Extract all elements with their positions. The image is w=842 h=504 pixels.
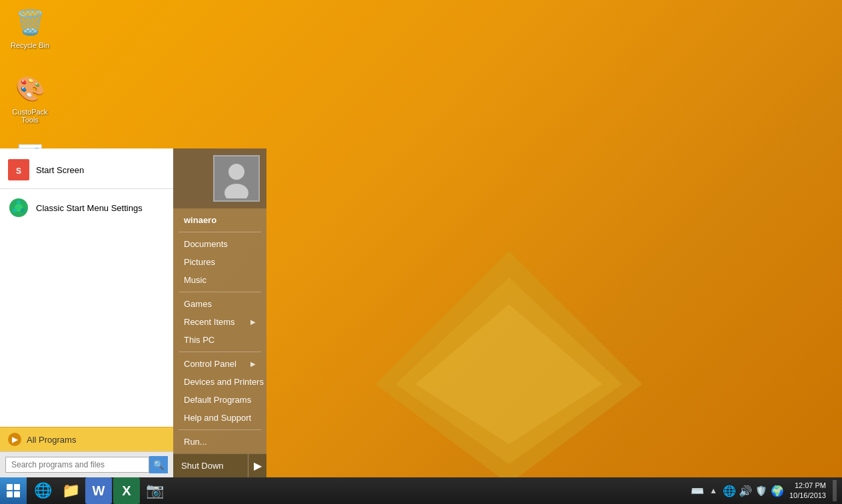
network-tray-icon[interactable]: 🌐 bbox=[723, 484, 736, 497]
recycle-bin-desktop-icon[interactable]: 🗑️ Recycle Bin bbox=[3, 7, 57, 49]
user-avatar-area bbox=[173, 148, 266, 208]
right-menu-items: winaero Documents Pictures Music Games R… bbox=[173, 208, 266, 453]
start-screen-icon: S bbox=[8, 159, 29, 180]
default-programs-item[interactable]: Default Programs bbox=[173, 391, 266, 409]
recent-items-arrow-icon: ▶ bbox=[250, 318, 256, 326]
control-panel-label: Control Panel bbox=[184, 359, 236, 369]
search-bar: 🔍 bbox=[0, 451, 173, 477]
help-support-item[interactable]: Help and Support bbox=[173, 409, 266, 427]
show-hidden-icons-button[interactable]: ▲ bbox=[707, 484, 720, 497]
svg-text:S: S bbox=[16, 166, 21, 176]
classic-settings-icon bbox=[8, 197, 29, 218]
pictures-label: Pictures bbox=[184, 257, 215, 267]
svg-point-11 bbox=[228, 164, 244, 180]
recent-items-label: Recent Items bbox=[184, 317, 235, 327]
shutdown-arrow-icon[interactable]: ▶ bbox=[248, 454, 266, 477]
recycle-bin-label: Recycle Bin bbox=[11, 41, 49, 49]
pictures-item[interactable]: Pictures bbox=[173, 253, 266, 271]
clock-date: 10/16/2013 bbox=[789, 491, 826, 501]
camera-taskbar-icon[interactable]: 📷 bbox=[141, 477, 168, 504]
username-label: winaero bbox=[173, 211, 266, 229]
control-panel-arrow-icon: ▶ bbox=[250, 360, 256, 368]
start-menu-right-panel: winaero Documents Pictures Music Games R… bbox=[173, 148, 266, 477]
svg-point-9 bbox=[13, 208, 17, 212]
search-button[interactable]: 🔍 bbox=[149, 456, 168, 473]
classic-settings-label: Classic Start Menu Settings bbox=[36, 203, 143, 213]
desktop-decoration bbox=[376, 251, 642, 484]
windows-logo-icon bbox=[7, 484, 20, 497]
right-menu-sep-1 bbox=[179, 232, 261, 232]
clock-time: 12:07 PM bbox=[789, 481, 826, 491]
excel-taskbar-icon[interactable]: X bbox=[113, 477, 140, 504]
start-menu: S Start Screen bbox=[0, 148, 266, 477]
search-input[interactable] bbox=[5, 457, 149, 473]
menu-divider-1 bbox=[0, 188, 173, 189]
start-screen-item[interactable]: S Start Screen bbox=[0, 154, 173, 186]
desktop: 🗑️ Recycle Bin 🎨 CustoPack Tools 📊 S bbox=[0, 0, 842, 504]
control-panel-item[interactable]: Control Panel ▶ bbox=[173, 355, 266, 373]
music-label: Music bbox=[184, 275, 207, 285]
start-menu-pinned-items: S Start Screen bbox=[0, 148, 173, 427]
default-programs-label: Default Programs bbox=[184, 395, 251, 405]
recent-items-item[interactable]: Recent Items ▶ bbox=[173, 313, 266, 331]
start-screen-label: Start Screen bbox=[36, 165, 84, 175]
all-programs-arrow-icon: ▶ bbox=[8, 433, 21, 446]
svg-point-8 bbox=[21, 208, 25, 212]
ie-taskbar-icon[interactable]: 🌐 bbox=[29, 477, 56, 504]
devices-printers-item[interactable]: Devices and Printers bbox=[173, 373, 266, 391]
language-tray-icon[interactable]: 🌍 bbox=[771, 484, 784, 497]
right-menu-sep-2 bbox=[179, 292, 261, 292]
keyboard-tray-icon[interactable]: ⌨️ bbox=[691, 484, 704, 497]
right-menu-sep-3 bbox=[179, 352, 261, 352]
all-programs-label: All Programs bbox=[27, 435, 76, 445]
games-label: Games bbox=[184, 299, 212, 309]
svg-point-7 bbox=[17, 200, 21, 204]
custopack-label: CustoPack Tools bbox=[3, 108, 57, 124]
taskbar-pinned-icons: 🌐 📁 W X 📷 bbox=[27, 477, 171, 504]
run-item[interactable]: Run... bbox=[173, 433, 266, 451]
shutdown-button[interactable]: Shut Down bbox=[173, 455, 248, 476]
user-avatar[interactable] bbox=[213, 155, 260, 202]
start-button[interactable] bbox=[0, 477, 27, 504]
custopack-desktop-icon[interactable]: 🎨 CustoPack Tools bbox=[3, 73, 57, 124]
taskbar: 🌐 📁 W X 📷 ⌨️ ▲ 🌐 🔊 🛡️ 🌍 12:07 PM 10/16/2… bbox=[0, 477, 842, 504]
security-tray-icon[interactable]: 🛡️ bbox=[755, 484, 768, 497]
games-item[interactable]: Games bbox=[173, 295, 266, 313]
volume-tray-icon[interactable]: 🔊 bbox=[739, 484, 752, 497]
music-item[interactable]: Music bbox=[173, 271, 266, 289]
show-desktop-button[interactable] bbox=[833, 480, 837, 501]
documents-item[interactable]: Documents bbox=[173, 235, 266, 253]
this-pc-label: This PC bbox=[184, 335, 214, 345]
run-label: Run... bbox=[184, 437, 207, 447]
start-menu-left-panel: S Start Screen bbox=[0, 148, 173, 477]
help-support-label: Help and Support bbox=[184, 413, 251, 423]
shutdown-bar: Shut Down ▶ bbox=[173, 453, 266, 477]
devices-printers-label: Devices and Printers bbox=[184, 377, 264, 387]
system-tray: ⌨️ ▲ 🌐 🔊 🛡️ 🌍 12:07 PM 10/16/2013 bbox=[685, 477, 842, 504]
classic-settings-item[interactable]: Classic Start Menu Settings bbox=[0, 192, 173, 224]
right-menu-sep-4 bbox=[179, 429, 261, 430]
recycle-bin-icon-image: 🗑️ bbox=[14, 7, 46, 39]
documents-label: Documents bbox=[184, 239, 228, 249]
explorer-taskbar-icon[interactable]: 📁 bbox=[57, 477, 84, 504]
custopack-icon-image: 🎨 bbox=[14, 73, 46, 105]
this-pc-item[interactable]: This PC bbox=[173, 331, 266, 349]
all-programs-bar[interactable]: ▶ All Programs bbox=[0, 427, 173, 451]
word-taskbar-icon[interactable]: W bbox=[85, 477, 112, 504]
system-clock[interactable]: 12:07 PM 10/16/2013 bbox=[787, 481, 829, 501]
